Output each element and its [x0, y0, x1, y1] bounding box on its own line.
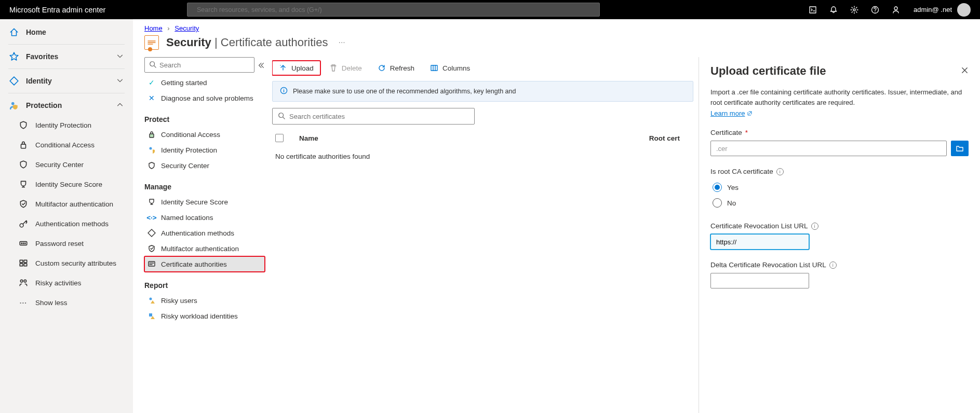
blade-group-protect: Protect — [144, 115, 265, 123]
risky-users-icon — [19, 278, 28, 287]
radio-no[interactable]: No — [710, 195, 969, 211]
crumb-security[interactable]: Security — [174, 24, 199, 32]
sidebar-item-identity-protection[interactable]: Identity Protection — [0, 115, 133, 135]
blade-nav: ✓Getting started ✕Diagnose and solve pro… — [144, 57, 272, 413]
cert-label: Certificate * — [710, 129, 969, 136]
sidebar-item-label: Favorites — [26, 52, 58, 61]
blade-item-secure-score[interactable]: Identity Secure Score — [144, 194, 265, 210]
svg-rect-1 — [810, 7, 816, 13]
blade-item-mfa[interactable]: Multifactor authentication — [144, 241, 265, 256]
blade-item-diagnose[interactable]: ✕Diagnose and solve problems — [144, 90, 265, 106]
blade-item-risky-workload[interactable]: Risky workload identities — [144, 308, 265, 324]
close-icon[interactable] — [961, 66, 969, 76]
trophy-icon — [19, 180, 28, 189]
delta-input[interactable] — [710, 273, 809, 288]
chevron-up-icon — [116, 101, 124, 110]
info-icon[interactable]: i — [829, 261, 837, 269]
sidebar-item-auth-methods[interactable]: Authentication methods — [0, 214, 133, 233]
sidebar-item-custom-attributes[interactable]: Custom security attributes — [0, 253, 133, 273]
radio-icon — [713, 198, 722, 208]
page-title-row: Security | Certificate authorities ··· — [133, 34, 980, 57]
browse-button[interactable] — [951, 141, 969, 156]
cert-filter-input[interactable] — [289, 113, 469, 120]
blade-item-security-center[interactable]: Security Center — [144, 158, 265, 173]
global-search[interactable] — [187, 3, 600, 17]
col-name[interactable]: Name — [299, 134, 318, 142]
svg-point-16 — [20, 280, 23, 282]
svg-point-22 — [150, 298, 152, 300]
chevron-down-icon — [116, 77, 124, 86]
refresh-button[interactable]: Refresh — [371, 61, 421, 75]
radio-yes[interactable]: Yes — [710, 180, 969, 195]
sidebar-item-label: Conditional Access — [35, 141, 95, 149]
notifications-icon[interactable] — [823, 0, 844, 19]
crumb-home[interactable]: Home — [144, 24, 163, 32]
sidebar-item-risky-activities[interactable]: Risky activities — [0, 273, 133, 293]
blade-search[interactable] — [144, 57, 254, 73]
risky-user-icon — [147, 296, 156, 305]
blade-item-conditional-access[interactable]: Conditional Access — [144, 127, 265, 142]
settings-icon[interactable] — [844, 0, 865, 19]
global-search-input[interactable] — [197, 6, 594, 13]
sidebar-item-favorites[interactable]: Favorites — [0, 47, 133, 66]
shield-icon — [19, 120, 28, 130]
user-yellow-icon — [147, 146, 156, 154]
crl-input[interactable] — [710, 234, 809, 250]
sidebar-item-home[interactable]: Home — [0, 22, 133, 42]
radio-icon — [713, 183, 722, 192]
root-label: Is root CA certificate i — [710, 168, 969, 175]
blade-item-auth-methods[interactable]: Authentication methods — [144, 225, 265, 241]
search-icon — [149, 61, 156, 70]
cloud-shell-icon[interactable] — [802, 0, 823, 19]
blade-item-certificate-authorities[interactable]: Certificate authorities — [144, 256, 265, 272]
sidebar-item-identity[interactable]: Identity — [0, 71, 133, 91]
info-icon[interactable]: i — [776, 168, 784, 175]
help-icon[interactable] — [865, 0, 885, 19]
blade-item-getting-started[interactable]: ✓Getting started — [144, 75, 265, 90]
sidebar-item-label: Identity Secure Score — [35, 181, 102, 188]
sidebar-item-password-reset[interactable]: Password reset — [0, 233, 133, 253]
toolbar: Upload Delete Refresh Columns — [272, 57, 693, 79]
sidebar-item-mfa[interactable]: Multifactor authentication — [0, 194, 133, 214]
blade-group-report: Report — [144, 281, 265, 290]
sidebar-item-protection[interactable]: Protection — [0, 95, 133, 115]
crl-label: Certificate Revocation List URL i — [710, 222, 969, 230]
primary-sidebar: Home Favorites Identity Protection Ident… — [0, 19, 133, 413]
sidebar-item-label: Home — [26, 28, 46, 36]
sidebar-item-show-less[interactable]: ···Show less — [0, 293, 133, 312]
svg-rect-12 — [20, 260, 23, 263]
dots-icon: ··· — [19, 298, 28, 307]
sidebar-item-label: Authentication methods — [35, 220, 109, 228]
delta-label: Delta Certificate Revocation List URL i — [710, 261, 969, 269]
more-icon[interactable]: ··· — [338, 38, 345, 47]
cert-filter[interactable] — [272, 108, 475, 125]
sidebar-item-conditional-access[interactable]: Conditional Access — [0, 135, 133, 155]
blade-search-input[interactable] — [159, 61, 250, 69]
svg-rect-6 — [21, 144, 26, 148]
user-label[interactable]: admin@ .net — [914, 6, 957, 13]
home-icon — [9, 27, 19, 37]
cert-file-input[interactable] — [710, 141, 947, 156]
collapse-icon[interactable] — [258, 62, 265, 71]
diamond-icon — [9, 76, 19, 86]
select-all-checkbox[interactable] — [275, 134, 284, 142]
avatar[interactable] — [957, 3, 971, 17]
info-icon[interactable]: i — [811, 223, 818, 230]
blade-item-risky-users[interactable]: Risky users — [144, 293, 265, 308]
sidebar-item-security-center[interactable]: Security Center — [0, 155, 133, 174]
feedback-icon[interactable] — [885, 0, 906, 19]
blade-item-identity-protection[interactable]: Identity Protection — [144, 142, 265, 158]
blade-item-named-locations[interactable]: <·>Named locations — [144, 210, 265, 225]
info-icon — [280, 87, 288, 96]
sidebar-item-label: Custom security attributes — [35, 259, 116, 267]
col-root[interactable]: Root cert — [649, 134, 680, 142]
password-icon — [19, 239, 28, 248]
learn-more-link[interactable]: Learn more — [710, 109, 753, 117]
svg-rect-13 — [24, 260, 27, 263]
columns-button[interactable]: Columns — [423, 61, 477, 75]
sidebar-item-label: Protection — [26, 101, 62, 109]
sidebar-item-secure-score[interactable]: Identity Secure Score — [0, 174, 133, 194]
empty-state: No certificate authorities found — [272, 147, 693, 166]
upload-button[interactable]: Upload — [272, 61, 320, 75]
top-header: Microsoft Entra admin center admin@ .net — [0, 0, 980, 19]
